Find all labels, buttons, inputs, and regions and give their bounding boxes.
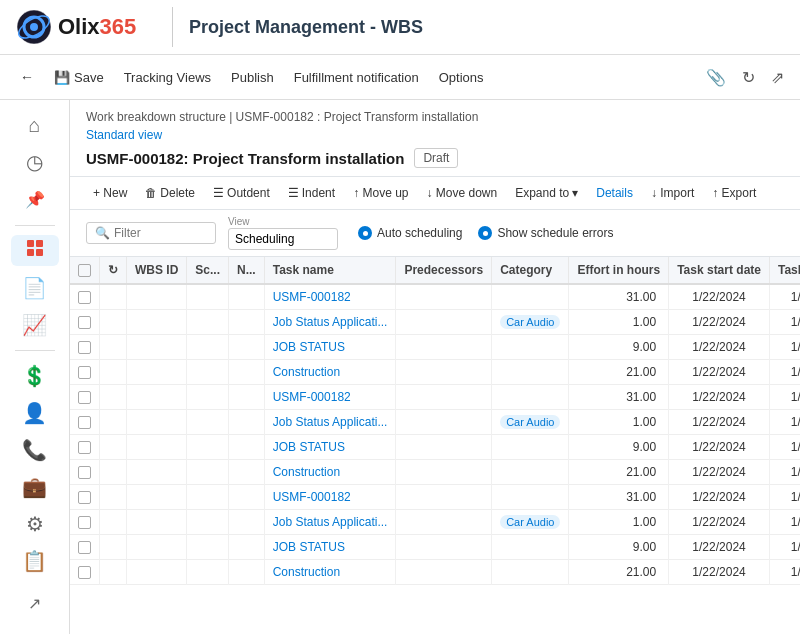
show-errors-option[interactable]: Show schedule errors [478,226,613,240]
fulfillment-button[interactable]: Fulfillment notification [286,66,427,89]
filter-input[interactable] [114,226,207,240]
row-checkbox[interactable] [78,441,91,454]
row-n [229,560,265,585]
row-checkbox[interactable] [78,516,91,529]
external-link-icon-button[interactable]: ⇗ [767,64,788,91]
filter-input-wrap[interactable]: 🔍 [86,222,216,244]
attachment-icon-button[interactable]: 📎 [702,64,730,91]
task-name-link[interactable]: Job Status Applicati... [273,315,388,329]
tracking-views-button[interactable]: Tracking Views [116,66,219,89]
save-button[interactable]: 💾 Save [46,66,112,89]
sidebar-item-clock[interactable]: ◷ [11,147,59,178]
row-task-name[interactable]: Job Status Applicati... [264,310,396,335]
sidebar-item-phone[interactable]: 📞 [11,434,59,465]
row-task-name[interactable]: JOB STATUS [264,435,396,460]
row-checkbox[interactable] [78,416,91,429]
move-up-button[interactable]: ↑ Move up [346,183,415,203]
sidebar-item-grid[interactable] [11,235,59,266]
row-checkbox[interactable] [78,491,91,504]
task-name-link[interactable]: USMF-000182 [273,490,351,504]
col-predecessors: Predecessors [396,257,492,284]
task-name-link[interactable]: JOB STATUS [273,440,345,454]
row-checkbox[interactable] [78,541,91,554]
row-checkbox[interactable] [78,341,91,354]
sidebar-item-gear[interactable]: ⚙ [11,508,59,539]
row-task-name[interactable]: Job Status Applicati... [264,410,396,435]
task-name-link[interactable]: Job Status Applicati... [273,415,388,429]
row-task-name[interactable]: Construction [264,560,396,585]
sidebar-item-report[interactable]: 📄 [11,272,59,303]
expand-to-button[interactable]: Expand to ▾ [508,183,585,203]
row-start-date: 1/22/2024 [669,284,770,310]
briefcase-icon: 💼 [22,475,47,499]
row-checkbox[interactable] [78,566,91,579]
move-down-button[interactable]: ↓ Move down [419,183,504,203]
row-effort: 9.00 [569,435,669,460]
task-name-link[interactable]: Construction [273,465,340,479]
sidebar-item-briefcase[interactable]: 💼 [11,471,59,502]
new-button[interactable]: + New [86,183,134,203]
task-name-link[interactable]: JOB STATUS [273,540,345,554]
toolbar-right: 📎 ↻ ⇗ [702,64,788,91]
row-sync-cell [100,535,127,560]
row-wbs-id [127,284,187,310]
delete-button[interactable]: 🗑 Delete [138,183,202,203]
indent-button[interactable]: ☰ Indent [281,183,342,203]
logo-area: Olix365 [16,9,156,45]
row-checkbox[interactable] [78,291,91,304]
grid-icon [25,238,45,263]
row-checkbox[interactable] [78,466,91,479]
sidebar-item-external[interactable]: ↗ [11,582,59,624]
status-badge: Draft [414,148,458,168]
row-start-date: 1/22/2024 [669,360,770,385]
row-checkbox[interactable] [78,316,91,329]
row-task-name[interactable]: Job Status Applicati... [264,510,396,535]
row-task-name[interactable]: JOB STATUS [264,335,396,360]
row-checkbox[interactable] [78,391,91,404]
row-task-name[interactable]: Construction [264,360,396,385]
sidebar-item-home[interactable]: ⌂ [11,110,59,141]
details-button[interactable]: Details [589,183,640,203]
task-name-link[interactable]: Construction [273,565,340,579]
row-task-name[interactable]: USMF-000182 [264,284,396,310]
row-task-name[interactable]: Construction [264,460,396,485]
publish-button[interactable]: Publish [223,66,282,89]
row-wbs-id [127,510,187,535]
outdent-button[interactable]: ☰ Outdent [206,183,277,203]
task-name-link[interactable]: JOB STATUS [273,340,345,354]
sidebar-item-pin[interactable]: 📌 [11,184,59,215]
row-checkbox[interactable] [78,366,91,379]
breadcrumb: Work breakdown structure | USMF-000182 :… [86,110,784,124]
refresh-icon-button[interactable]: ↻ [738,64,759,91]
task-name-link[interactable]: Job Status Applicati... [273,515,388,529]
sidebar-item-chart[interactable]: 📈 [11,309,59,340]
back-button[interactable]: ← [12,65,42,89]
sidebar-item-doc[interactable]: 📋 [11,545,59,576]
import-button[interactable]: ↓ Import [644,183,701,203]
chart-icon: 📈 [22,313,47,337]
export-button[interactable]: ↑ Export [705,183,763,203]
row-predecessors [396,310,492,335]
table-row: JOB STATUS 9.00 1/22/2024 1/22/2024 [70,335,800,360]
col-n: N... [229,257,265,284]
task-name-link[interactable]: USMF-000182 [273,390,351,404]
row-task-name[interactable]: USMF-000182 [264,385,396,410]
select-all-checkbox[interactable] [78,264,91,277]
task-name-link[interactable]: Construction [273,365,340,379]
view-select[interactable]: Scheduling Gantt Board [228,228,338,250]
auto-scheduling-option[interactable]: Auto scheduling [358,226,462,240]
row-n [229,335,265,360]
row-task-name[interactable]: JOB STATUS [264,535,396,560]
row-category [492,284,569,310]
options-button[interactable]: Options [431,66,492,89]
table-container[interactable]: ↻ WBS ID Sc... N... Task name Predecesso… [70,257,800,634]
row-end-date: 1/22/2024 [769,310,800,335]
row-task-name[interactable]: USMF-000182 [264,485,396,510]
row-sync-cell [100,510,127,535]
task-name-link[interactable]: USMF-000182 [273,290,351,304]
standard-view-label: Standard view [86,128,784,142]
sidebar-item-person[interactable]: 👤 [11,398,59,429]
table-row: USMF-000182 31.00 1/22/2024 1/22/2024 [70,385,800,410]
row-sc [187,335,229,360]
sidebar-item-dollar[interactable]: 💲 [11,361,59,392]
